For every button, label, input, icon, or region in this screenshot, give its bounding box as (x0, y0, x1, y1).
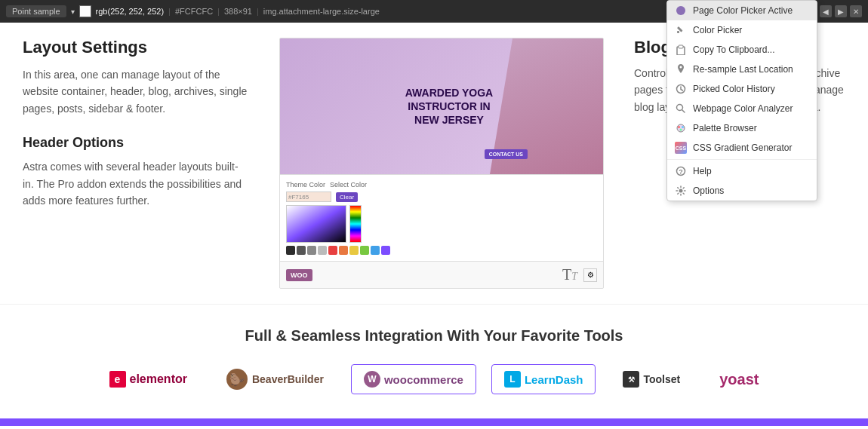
help-icon: ? (675, 165, 687, 177)
menu-item-help[interactable]: ? Help (667, 161, 817, 181)
menu-item-label: Help (693, 166, 712, 176)
left-column: Layout Settings In this area, one can ma… (23, 38, 249, 289)
toolset-logo: ⚒ Toolset (611, 365, 692, 394)
integration-title: Full & Seamless Integration With Your Fa… (15, 327, 853, 345)
svg-rect-3 (679, 45, 683, 48)
header-options-title: Header Options (23, 135, 249, 151)
yoast-logo: yoast (707, 365, 771, 394)
menu-item-color-picker[interactable]: Color Picker (667, 20, 817, 40)
eyedropper-icon (675, 24, 687, 36)
swatch-gray[interactable] (297, 246, 306, 255)
swatch-mid[interactable] (307, 246, 316, 255)
contact-button: CONTACT US (485, 149, 528, 159)
beaverbuilder-text: BeaverBuilder (252, 373, 324, 385)
color-sliders (349, 205, 362, 243)
woocommerce-logo: W woocommerce (351, 364, 476, 394)
color-input-field[interactable] (286, 192, 331, 202)
menu-item-label: Re-sample Last Location (693, 64, 793, 75)
website-mockup: AWARDED YOGAINSTRUCTOR INNEW JERSEY CONT… (279, 38, 604, 289)
menu-item-palette-browser[interactable]: Palette Browser (667, 118, 817, 138)
svg-rect-0 (677, 31, 679, 33)
menu-item-label: Options (693, 185, 724, 196)
learndash-brand: L LearnDash (504, 371, 583, 388)
center-column: AWARDED YOGAINSTRUCTOR INNEW JERSEY CONT… (279, 38, 604, 289)
menu-item-webpage-analyzer[interactable]: Webpage Color Analyzer (667, 99, 817, 118)
hex-value-text: #FCFCFC (175, 7, 213, 16)
mockup-color-panel: Theme Color Select Color Clear (280, 174, 603, 261)
menu-item-resample-location[interactable]: Re-sample Last Location (667, 60, 817, 79)
header-options-description: Astra comes with several header layouts … (23, 158, 249, 209)
purple-footer-strip (0, 418, 868, 426)
separator-1: | (168, 7, 171, 16)
swatch-dark[interactable] (286, 246, 295, 255)
beaver-icon: 🦫 (226, 369, 248, 390)
layout-settings-title: Layout Settings (23, 38, 249, 57)
history-icon (675, 83, 687, 95)
beaverbuilder-logo: 🦫 BeaverBuilder (214, 363, 336, 396)
yoast-text: yoast (719, 371, 759, 388)
separator-3: | (257, 7, 259, 16)
context-menu: Page Color Picker Active Color Picker Co… (666, 0, 817, 201)
separator-2: | (217, 7, 220, 16)
circle-icon (675, 5, 687, 17)
elementor-e-letter: e (115, 373, 121, 385)
swatch-orange[interactable] (339, 246, 348, 255)
menu-item-page-color-picker-active[interactable]: Page Color Picker Active (667, 1, 817, 20)
svg-point-5 (677, 105, 683, 111)
elementor-text: elementor (130, 372, 187, 386)
menu-item-label: CSS Gradient Generator (693, 142, 792, 153)
swatch-yellow[interactable] (349, 246, 359, 255)
clipboard-icon (675, 44, 687, 56)
menu-item-css-gradient[interactable]: CSS CSS Gradient Generator (667, 138, 817, 158)
svg-text:?: ? (679, 168, 683, 176)
hero-text: AWARDED YOGAINSTRUCTOR INNEW JERSEY (390, 86, 493, 127)
woocommerce-text: woocommerce (384, 373, 463, 386)
image-info-text: img.attachment-large.size-large (263, 7, 380, 16)
toolset-icon: ⚒ (623, 371, 639, 388)
color-swatches-row (286, 246, 597, 255)
color-swatch-preview (79, 5, 91, 17)
clear-button[interactable]: Clear (336, 192, 358, 202)
panel-row-2: Clear (286, 192, 597, 202)
toolset-text: Toolset (643, 373, 680, 385)
coordinates-text: 388×91 (224, 7, 252, 16)
typography-icon: TT (562, 266, 577, 283)
elementor-brand: e elementor (109, 371, 187, 388)
toolset-brand: ⚒ Toolset (623, 371, 680, 388)
theme-color-label: Theme Color (286, 181, 325, 188)
panel-row-1: Theme Color Select Color (286, 181, 597, 188)
mockup-hero: AWARDED YOGAINSTRUCTOR INNEW JERSEY CONT… (280, 38, 603, 174)
color-gradient-picker[interactable] (286, 205, 346, 243)
next-button[interactable]: ▶ (835, 5, 847, 17)
css-gradient-icon: CSS (675, 142, 687, 154)
swatch-light[interactable] (318, 246, 327, 255)
menu-item-copy-clipboard[interactable]: Copy To Clipboard... (667, 40, 817, 60)
svg-point-8 (682, 126, 684, 128)
menu-item-label: Palette Browser (693, 123, 757, 133)
prev-button[interactable]: ◀ (820, 5, 832, 17)
menu-item-label: Color Picker (693, 25, 742, 35)
woo-brand: W woocommerce (364, 371, 463, 388)
hue-slider[interactable] (349, 205, 362, 243)
menu-item-label: Page Color Picker Active (693, 5, 793, 16)
menu-item-label: Picked Color History (693, 84, 775, 94)
menu-item-label: Webpage Color Analyzer (693, 103, 793, 114)
menu-item-color-history[interactable]: Picked Color History (667, 79, 817, 99)
palette-icon (675, 122, 687, 134)
svg-point-7 (678, 126, 680, 128)
svg-point-12 (679, 189, 683, 193)
mockup-tools-row: WOO TT ⚙ (280, 261, 603, 288)
close-button[interactable]: ✕ (850, 5, 862, 17)
swatch-purple[interactable] (381, 246, 390, 255)
color-picker-grid (286, 205, 597, 243)
swatch-blue[interactable] (371, 246, 380, 255)
sample-type-dropdown-arrow[interactable]: ▾ (71, 8, 75, 16)
color-rgb-text: rgb(252, 252, 252) (96, 7, 165, 16)
mockup-settings-button[interactable]: ⚙ (583, 268, 597, 282)
sample-type-label: Point sample (6, 5, 66, 17)
menu-item-label: Copy To Clipboard... (693, 44, 775, 55)
swatch-red[interactable] (328, 246, 337, 255)
swatch-green[interactable] (360, 246, 369, 255)
menu-item-options[interactable]: Options (667, 181, 817, 201)
learndash-logo: L LearnDash (491, 364, 596, 394)
